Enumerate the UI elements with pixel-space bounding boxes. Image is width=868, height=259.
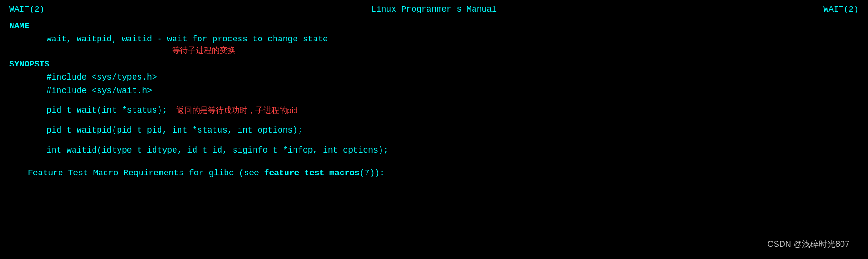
feature-bold: feature_test_macros bbox=[264, 168, 360, 178]
header-right: WAIT(2) bbox=[823, 5, 859, 14]
wait-function-text: pid_t wait(int *status); bbox=[47, 104, 167, 117]
waitid-idtype-param: idtype bbox=[147, 146, 177, 155]
waitpid-pid-param: pid bbox=[147, 126, 162, 135]
name-section: NAME wait, waitpid, waitid - wait for pr… bbox=[9, 21, 859, 56]
feature-line-text: Feature Test Macro Requirements for glib… bbox=[28, 168, 385, 178]
waitpid-options-param: options bbox=[258, 126, 293, 135]
waitid-function-text: int waitid(idtype_t idtype, id_t id, sig… bbox=[47, 146, 388, 155]
synopsis-includes: #include <sys/types.h> #include <sys/wai… bbox=[9, 71, 859, 98]
synopsis-label: SYNOPSIS bbox=[9, 60, 859, 69]
waitpid-function-line: pid_t waitpid(pid_t pid, int *status, in… bbox=[9, 124, 859, 137]
wait-annotation: 返回的是等待成功时，子进程的pid bbox=[176, 105, 298, 116]
waitid-infop-param: infop bbox=[288, 146, 313, 155]
header-center: Linux Programmer's Manual bbox=[371, 5, 497, 14]
include-line-2: #include <sys/wait.h> bbox=[47, 84, 859, 98]
include-line-1: #include <sys/types.h> bbox=[47, 71, 859, 84]
name-annotation: 等待子进程的变换 bbox=[172, 46, 235, 55]
feature-line-container: Feature Test Macro Requirements for glib… bbox=[9, 166, 859, 180]
wait-status-param: status bbox=[127, 106, 157, 115]
name-annotation-container: 等待子进程的变换 bbox=[172, 45, 859, 56]
header-bar: WAIT(2) Linux Programmer's Manual WAIT(2… bbox=[9, 5, 859, 14]
name-description-line: wait, waitpid, waitid - wait for process… bbox=[47, 33, 859, 46]
watermark: CSDN @浅碎时光807 bbox=[768, 239, 849, 250]
waitpid-status-param: status bbox=[197, 126, 227, 135]
name-label: NAME bbox=[9, 21, 859, 31]
waitid-id-param: id bbox=[212, 146, 222, 155]
synopsis-section: SYNOPSIS #include <sys/types.h> #include… bbox=[9, 60, 859, 157]
waitpid-function-text: pid_t waitpid(pid_t pid, int *status, in… bbox=[47, 126, 303, 135]
waitid-function-line: int waitid(idtype_t idtype, id_t id, sig… bbox=[9, 144, 859, 157]
wait-function-line: pid_t wait(int *status); 返回的是等待成功时，子进程的p… bbox=[9, 104, 859, 117]
header-left: WAIT(2) bbox=[9, 5, 45, 14]
name-description-text: wait, waitpid, waitid - wait for process… bbox=[47, 33, 328, 46]
name-description-container: wait, waitpid, waitid - wait for process… bbox=[9, 33, 859, 56]
wait-function-container: pid_t wait(int *status); 返回的是等待成功时，子进程的p… bbox=[47, 104, 859, 117]
page-container: WAIT(2) Linux Programmer's Manual WAIT(2… bbox=[9, 5, 859, 254]
waitid-options-param: options bbox=[343, 146, 378, 155]
